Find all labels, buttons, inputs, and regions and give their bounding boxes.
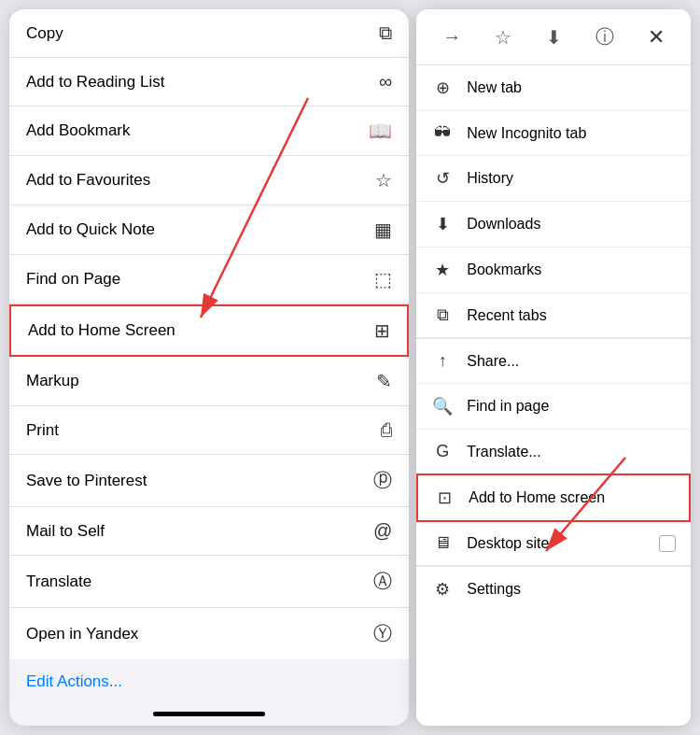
menu-item-label-translate: Translate: [26, 572, 91, 591]
right-menu-item-translate[interactable]: GTranslate...: [416, 430, 691, 474]
right-menu-item-settings[interactable]: ⚙Settings: [416, 567, 691, 612]
download-icon[interactable]: ⬇: [540, 22, 567, 52]
right-menu-label-desktop-site: Desktop site: [467, 535, 659, 552]
menu-item-icon-quick-note: ▦: [374, 219, 392, 241]
left-menu-item-quick-note[interactable]: Add to Quick Note▦: [9, 205, 409, 255]
right-toolbar: → ☆ ⬇ ⓘ ✕: [416, 9, 691, 65]
right-menu-label-history: History: [467, 170, 676, 187]
right-menu-label-bookmarks: Bookmarks: [467, 261, 676, 278]
menu-item-label-markup: Markup: [26, 372, 79, 390]
left-menu-item-add-home-screen[interactable]: Add to Home Screen⊞: [9, 304, 409, 357]
left-context-menu: Copy⧉Add to Reading List∞Add Bookmark📖Ad…: [9, 9, 409, 726]
edit-actions-section: Edit Actions...: [9, 659, 409, 704]
right-menu-item-find-in-page[interactable]: 🔍Find in page: [416, 384, 691, 430]
left-menu-item-copy[interactable]: Copy⧉: [9, 9, 409, 58]
menu-item-icon-reading-list: ∞: [379, 71, 392, 92]
left-menu-item-open-yandex[interactable]: Open in YandexⓎ: [9, 608, 409, 659]
right-menu-icon-recent-tabs: ⧉: [431, 305, 454, 325]
menu-item-label-add-favourites: Add to Favourites: [26, 171, 150, 190]
menu-item-icon-mail-self: @: [373, 520, 392, 542]
home-indicator: [153, 712, 265, 716]
menu-item-label-add-home-screen: Add to Home Screen: [28, 321, 175, 340]
menu-item-icon-add-favourites: ☆: [375, 169, 392, 191]
close-icon[interactable]: ✕: [642, 21, 670, 53]
menu-item-label-quick-note: Add to Quick Note: [26, 220, 155, 239]
right-menu-icon-desktop-site: 🖥: [431, 533, 454, 553]
forward-icon[interactable]: →: [437, 22, 467, 51]
right-menu-item-downloads[interactable]: ⬇Downloads: [416, 202, 691, 247]
right-menu-item-add-home-screen[interactable]: ⊡Add to Home screen: [416, 474, 691, 522]
right-menu-item-share[interactable]: ↑Share...: [416, 339, 691, 384]
menu-item-icon-find-on-page: ⬚: [374, 268, 392, 290]
right-menu-item-recent-tabs[interactable]: ⧉Recent tabs: [416, 293, 691, 338]
right-menu-label-recent-tabs: Recent tabs: [467, 307, 676, 324]
right-menu-icon-incognito-tab: 🕶: [431, 123, 454, 143]
left-menu-item-translate[interactable]: TranslateⒶ: [9, 556, 409, 608]
menu-item-label-print: Print: [26, 421, 59, 440]
right-menu-icon-share: ↑: [431, 351, 454, 371]
right-menu-item-desktop-site[interactable]: 🖥Desktop site: [416, 521, 691, 566]
left-menu-item-add-bookmark[interactable]: Add Bookmark📖: [9, 106, 409, 156]
right-menu-label-downloads: Downloads: [467, 216, 676, 233]
menu-item-icon-markup: ✎: [376, 370, 392, 392]
menu-item-label-mail-self: Mail to Self: [26, 522, 105, 541]
right-menu-label-new-tab: New tab: [467, 79, 676, 96]
left-menu-item-find-on-page[interactable]: Find on Page⬚: [9, 255, 409, 304]
right-menu-icon-settings: ⚙: [431, 579, 454, 600]
right-menu-item-incognito-tab[interactable]: 🕶New Incognito tab: [416, 111, 691, 156]
left-menu-item-print[interactable]: Print⎙: [9, 406, 409, 455]
right-menu-icon-find-in-page: 🔍: [431, 396, 454, 417]
right-menu-label-translate: Translate...: [467, 444, 676, 460]
menu-item-icon-print: ⎙: [381, 419, 392, 441]
right-menu-label-share: Share...: [467, 353, 676, 370]
desktop-site-checkbox[interactable]: [659, 535, 676, 552]
right-menu-icon-translate: G: [431, 442, 454, 461]
left-menu-item-reading-list[interactable]: Add to Reading List∞: [9, 58, 409, 106]
menu-item-label-open-yandex: Open in Yandex: [26, 625, 138, 643]
menu-item-icon-copy: ⧉: [379, 22, 392, 44]
menu-item-icon-save-pinterest: ⓟ: [373, 468, 392, 493]
left-menu-item-add-favourites[interactable]: Add to Favourites☆: [9, 156, 409, 205]
menu-item-label-save-pinterest: Save to Pinterest: [26, 472, 147, 490]
right-menu-label-settings: Settings: [467, 581, 676, 598]
right-menu-item-history[interactable]: ↺History: [416, 156, 691, 202]
right-menu-icon-downloads: ⬇: [431, 214, 454, 234]
right-menu-icon-bookmarks: ★: [431, 260, 454, 280]
right-menu-icon-history: ↺: [431, 168, 454, 189]
menu-item-label-find-on-page: Find on Page: [26, 270, 120, 289]
right-menu-item-new-tab[interactable]: ⊕New tab: [416, 65, 691, 111]
bookmark-icon[interactable]: ☆: [489, 22, 517, 52]
menu-item-label-copy: Copy: [26, 24, 63, 43]
right-menu-label-add-home-screen: Add to Home screen: [469, 489, 674, 506]
menu-item-label-add-bookmark: Add Bookmark: [26, 121, 131, 140]
edit-actions-link[interactable]: Edit Actions...: [26, 672, 122, 690]
right-menu-icon-add-home-screen: ⊡: [433, 488, 455, 508]
left-menu-item-markup[interactable]: Markup✎: [9, 357, 409, 406]
menu-item-icon-translate: Ⓐ: [373, 569, 392, 594]
right-menu-label-incognito-tab: New Incognito tab: [467, 125, 676, 142]
left-menu-item-save-pinterest[interactable]: Save to Pinterestⓟ: [9, 455, 409, 507]
menu-item-icon-add-bookmark: 📖: [369, 120, 392, 142]
left-menu-item-mail-self[interactable]: Mail to Self@: [9, 507, 409, 556]
right-menu-item-bookmarks[interactable]: ★Bookmarks: [416, 247, 691, 293]
right-menu-label-find-in-page: Find in page: [467, 398, 676, 415]
info-icon[interactable]: ⓘ: [590, 21, 620, 53]
right-menu-icon-new-tab: ⊕: [431, 78, 454, 98]
menu-item-label-reading-list: Add to Reading List: [26, 73, 164, 92]
menu-item-icon-open-yandex: Ⓨ: [373, 621, 392, 646]
menu-item-icon-add-home-screen: ⊞: [374, 319, 390, 342]
right-context-menu: → ☆ ⬇ ⓘ ✕ ⊕New tab🕶New Incognito tab↺His…: [416, 9, 691, 726]
